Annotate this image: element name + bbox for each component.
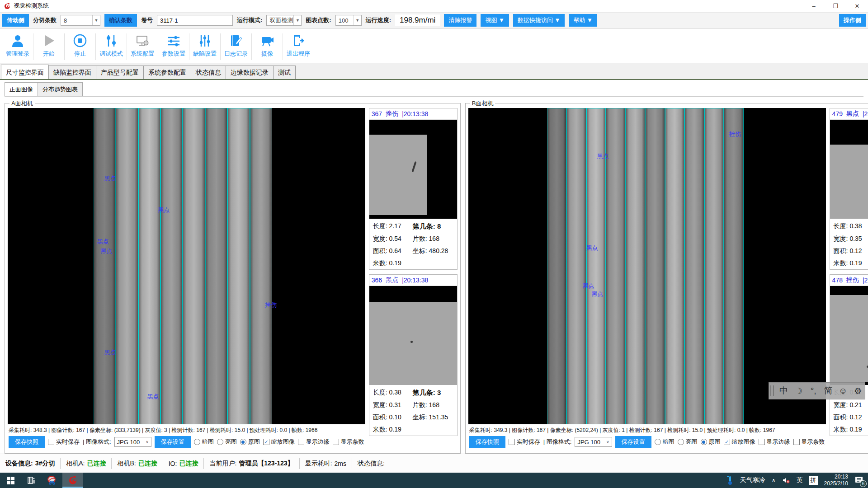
taskbar-tray: 天气寒冷 ∧ 英 拼 20:13 2025/2/10 6 bbox=[726, 473, 868, 488]
defect-stats: 长度: 0.38 第几条: 3 宽度: 0.31 片数: 168 面积: 0.1… bbox=[369, 385, 457, 436]
realtime-save-checkbox[interactable]: 实时保存 bbox=[48, 438, 80, 446]
exit-icon bbox=[291, 33, 306, 48]
tab-status-info[interactable]: 状态信息 bbox=[191, 66, 226, 79]
volume-muted-icon[interactable] bbox=[782, 477, 790, 484]
defect-label: 黑点 bbox=[101, 247, 113, 255]
operator-side-button[interactable]: 操作侧 bbox=[839, 14, 866, 27]
close-button[interactable]: ✕ bbox=[846, 0, 868, 12]
zoom-image-checkbox[interactable]: ✓缩放图像 bbox=[724, 438, 755, 446]
original-image-radio[interactable]: 原图 bbox=[701, 438, 721, 446]
image-format-select[interactable]: JPG 100∨ bbox=[575, 437, 612, 447]
original-image-radio[interactable]: 原图 bbox=[240, 438, 260, 446]
bright-image-radio[interactable]: 亮图 bbox=[217, 438, 237, 446]
clear-alarm-button[interactable]: 清除报警 bbox=[444, 14, 476, 27]
bright-image-radio[interactable]: 亮图 bbox=[678, 438, 698, 446]
stop-button[interactable]: 停止 bbox=[65, 32, 95, 62]
view-menu-button[interactable]: 视图 ▼ bbox=[481, 14, 509, 27]
image-format-label: | 图像格式: bbox=[543, 438, 572, 446]
ime-language-bar: 中 ☽ °, 简 ☺ ⚙ bbox=[769, 382, 865, 399]
show-strips-checkbox[interactable]: 显示条数 bbox=[793, 438, 825, 446]
camera-a-status-line: 采集耗时: 348.3 | 图像计数: 167 | 像素坐标: (333,713… bbox=[8, 424, 365, 435]
dark-image-radio[interactable]: 暗图 bbox=[194, 438, 214, 446]
defect-label: 黑点 bbox=[147, 393, 159, 401]
debug-sliders-icon bbox=[104, 33, 118, 48]
image-format-select[interactable]: JPG 100∨ bbox=[114, 437, 151, 447]
maximize-button[interactable]: ❐ bbox=[825, 0, 846, 12]
ime-simplified-mode[interactable]: 简 bbox=[821, 385, 835, 397]
show-edge-checkbox[interactable]: 显示边缘 bbox=[759, 438, 790, 446]
roll-number-input[interactable] bbox=[157, 15, 233, 26]
tab-test[interactable]: 测试 bbox=[273, 66, 296, 79]
ime-fullwidth-moon-icon[interactable]: ☽ bbox=[792, 386, 806, 396]
save-settings-button[interactable]: 保存设置 bbox=[615, 436, 651, 448]
tab-product-model-config[interactable]: 产品型号配置 bbox=[96, 66, 144, 79]
display-time-label: 显示耗时: bbox=[305, 460, 332, 468]
drive-side-button[interactable]: 传动侧 bbox=[2, 14, 29, 27]
save-snapshot-button[interactable]: 保存快照 bbox=[469, 436, 505, 448]
language-indicator[interactable]: 英 bbox=[797, 476, 803, 484]
start-button[interactable]: 开始 bbox=[34, 32, 64, 62]
tab-edge-data-record[interactable]: 边缘数据记录 bbox=[226, 66, 274, 79]
system-config-button[interactable]: 系统配置 bbox=[127, 32, 157, 62]
defect-card[interactable]: 367 挫伤 |20:13:38 长度: 2.17 第几条: 8 宽度: 0.5… bbox=[369, 108, 458, 270]
ime-mode-indicator[interactable]: 拼 bbox=[809, 476, 818, 485]
ime-chinese-mode[interactable]: 中 bbox=[777, 385, 791, 397]
camera-a-title: A面相机 bbox=[9, 99, 35, 108]
defect-card[interactable]: 366 黑点 |20:13:38 长度: 0.38 第几条: 3 宽度: 0.3… bbox=[369, 274, 458, 436]
subtab-distribution-chart[interactable]: 分布趋势图表 bbox=[38, 82, 83, 96]
ime-settings-gear-icon[interactable]: ⚙ bbox=[851, 386, 865, 396]
defect-type: 黑点 bbox=[846, 110, 859, 118]
run-speed-label: 运行速度: bbox=[366, 16, 391, 24]
dark-image-radio[interactable]: 暗图 bbox=[655, 438, 675, 446]
clock[interactable]: 20:13 2025/2/10 bbox=[824, 474, 848, 487]
notification-center-button[interactable]: 6 bbox=[854, 476, 863, 485]
admin-login-button[interactable]: 管理登录 bbox=[3, 32, 33, 62]
debug-mode-button[interactable]: 调试模式 bbox=[96, 32, 126, 62]
slit-count-select[interactable]: 8 ▼ bbox=[61, 15, 100, 26]
window-controls: – ❐ ✕ bbox=[803, 0, 868, 12]
camera-a-strips bbox=[94, 108, 272, 424]
defect-card-header: 367 挫伤 |20:13:38 bbox=[369, 108, 457, 119]
ime-punctuation-icon[interactable]: °, bbox=[807, 386, 821, 396]
start-button[interactable] bbox=[0, 473, 21, 488]
defect-card[interactable]: 479 黑点 |20:13:38 长度: 0.38 第几条: 4 宽度: 0.3… bbox=[830, 108, 868, 270]
defect-thumbnail bbox=[830, 286, 868, 385]
weather-text[interactable]: 天气寒冷 bbox=[740, 476, 765, 484]
vision-app-taskbar-button[interactable] bbox=[62, 473, 83, 488]
chart-points-select[interactable]: 100 ▼ bbox=[335, 15, 362, 26]
run-mode-select[interactable]: 双面检测 ▼ bbox=[266, 15, 302, 26]
help-menu-button[interactable]: 帮助 ▼ bbox=[569, 14, 597, 27]
ime-emoji-icon[interactable]: ☺ bbox=[836, 386, 850, 396]
chevron-down-icon: ∨ bbox=[604, 440, 612, 444]
defect-label: 挫伤 bbox=[729, 130, 741, 138]
defect-settings-button[interactable]: 缺陷设置 bbox=[190, 32, 220, 62]
tray-expand-chevron[interactable]: ∧ bbox=[772, 477, 776, 483]
zoom-image-checkbox[interactable]: ✓缩放图像 bbox=[263, 438, 295, 446]
defect-time: |20:13:38 bbox=[863, 277, 868, 284]
tab-system-param-config[interactable]: 系统参数配置 bbox=[143, 66, 191, 79]
tab-size-monitor[interactable]: 尺寸监控界面 bbox=[1, 65, 49, 79]
parameter-settings-button[interactable]: 参数设置 bbox=[159, 32, 189, 62]
task-view-button[interactable] bbox=[21, 473, 42, 488]
user-icon bbox=[10, 33, 25, 48]
camera-a-controls: 保存快照 实时保存 | 图像格式: JPG 100∨ 保存设置 暗图 亮图 原图… bbox=[8, 435, 365, 450]
show-strips-checkbox[interactable]: 显示条数 bbox=[333, 438, 364, 446]
defect-label: 黑点 bbox=[104, 348, 116, 357]
show-edge-checkbox[interactable]: 显示边缘 bbox=[298, 438, 330, 446]
exit-program-button[interactable]: 退出程序 bbox=[283, 32, 313, 62]
save-snapshot-button[interactable]: 保存快照 bbox=[9, 436, 45, 448]
realtime-save-checkbox[interactable]: 实时保存 bbox=[509, 438, 540, 446]
minimize-button[interactable]: – bbox=[803, 0, 825, 12]
data-quick-access-button[interactable]: 数据快捷访问 ▼ bbox=[513, 14, 565, 27]
subtab-front-image[interactable]: 正面图像 bbox=[5, 82, 38, 96]
save-settings-button[interactable]: 保存设置 bbox=[155, 436, 191, 448]
capture-button[interactable]: 摄像 bbox=[252, 32, 282, 62]
snipping-app-button[interactable] bbox=[42, 473, 62, 488]
confirm-count-button[interactable]: 确认条数 bbox=[104, 14, 137, 27]
log-record-button[interactable]: 日志记录 bbox=[221, 32, 251, 62]
camera-b-controls: 保存快照 实时保存 | 图像格式: JPG 100∨ 保存设置 暗图 亮图 原图… bbox=[468, 435, 826, 450]
defect-card[interactable]: 478 挫伤 |20:13:38 长度: 0.57 第几条: 3 宽度: 0.2… bbox=[830, 274, 868, 436]
tab-defect-monitor[interactable]: 缺陷监控界面 bbox=[48, 66, 96, 79]
ime-drag-handle[interactable] bbox=[770, 385, 774, 396]
slit-count-label: 分切条数 bbox=[33, 16, 57, 24]
